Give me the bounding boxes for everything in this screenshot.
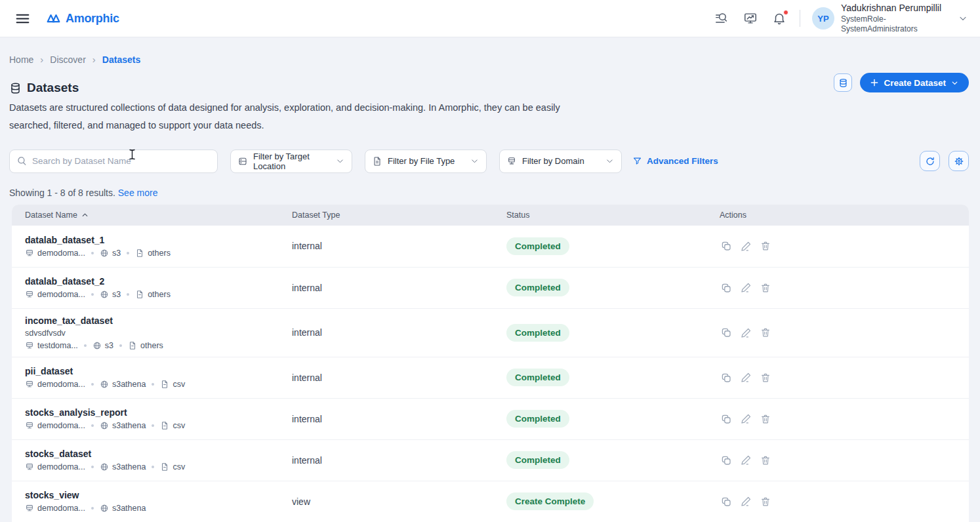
search-input[interactable]	[32, 156, 211, 166]
column-label: Dataset Name	[25, 211, 77, 220]
page-header: Datasets Datasets are structured collect…	[0, 65, 980, 134]
table-row[interactable]: stocks_view demodoma...	[12, 481, 969, 522]
edit-dataset-button[interactable]	[741, 327, 752, 338]
column-header-dataset-name[interactable]: Dataset Name	[12, 211, 292, 220]
edit-dataset-button[interactable]	[741, 454, 752, 466]
target-location-chip: s3athena	[100, 462, 146, 472]
filter-file-type-dropdown[interactable]: Filter by File Type	[365, 150, 487, 173]
delete-dataset-button[interactable]	[760, 455, 771, 466]
breadcrumb-home[interactable]: Home	[9, 54, 33, 65]
target-location-chip: s3	[92, 341, 113, 350]
edit-dataset-button[interactable]	[741, 372, 752, 383]
results-summary: Showing 1 - 8 of 8 results.	[9, 188, 115, 198]
breadcrumb-discover[interactable]: Discover	[50, 54, 85, 65]
copy-dataset-button[interactable]	[720, 413, 732, 425]
dataset-meta: demodoma... s3athena	[25, 504, 284, 513]
dataset-domain: testdoma...	[37, 341, 78, 350]
notifications-button[interactable]	[771, 10, 788, 27]
copy-dataset-button[interactable]	[720, 282, 732, 294]
menu-button[interactable]	[12, 8, 33, 30]
status-badge: Create Complete	[506, 492, 594, 510]
refresh-button[interactable]	[920, 151, 940, 171]
delete-dataset-button[interactable]	[760, 372, 771, 383]
dataset-name[interactable]: stocks_view	[25, 490, 284, 500]
user-menu[interactable]: YP Yadukrishnan Perumpillil SystemRole-S…	[812, 3, 968, 34]
domain-chip: testdoma...	[25, 341, 78, 350]
target-location-chip: s3athena	[100, 504, 146, 513]
status-badge: Completed	[506, 369, 569, 386]
table-row[interactable]: datalab_dataset_2 demodoma...	[12, 267, 969, 308]
dataset-name[interactable]: datalab_dataset_1	[25, 235, 284, 245]
edit-icon	[741, 413, 752, 424]
filter-domain-dropdown[interactable]: Filter by Domain	[499, 150, 622, 173]
dataset-name[interactable]: pii_dataset	[25, 366, 284, 376]
table-row[interactable]: stocks_dataset demodoma...	[12, 439, 969, 481]
dataset-file-type: others	[140, 341, 163, 350]
topbar: Amorphic YP Yadukrishnan Perumpillil Sys…	[0, 0, 980, 37]
dataset-quick-action-button[interactable]	[834, 73, 852, 92]
see-more-link[interactable]: See more	[118, 188, 158, 198]
globe-grid-icon	[100, 421, 109, 430]
dataset-name[interactable]: datalab_dataset_2	[25, 276, 284, 287]
brand-logo[interactable]: Amorphic	[45, 10, 119, 27]
column-label: Status	[506, 211, 529, 220]
column-label: Dataset Type	[292, 211, 340, 220]
copy-icon	[720, 496, 732, 508]
delete-dataset-button[interactable]	[760, 283, 771, 293]
status-badge: Completed	[506, 451, 569, 469]
delete-icon	[760, 414, 771, 424]
funnel-icon	[632, 156, 642, 166]
settings-button[interactable]	[949, 151, 969, 171]
edit-dataset-button[interactable]	[741, 241, 752, 252]
delete-dataset-button[interactable]	[760, 414, 771, 424]
dataset-name[interactable]: stocks_analysis_report	[25, 407, 284, 418]
dataset-name[interactable]: stocks_dataset	[25, 449, 284, 459]
meta-dot-1	[91, 383, 94, 386]
dashboard-icon	[743, 11, 758, 26]
dataset-type: internal	[292, 241, 322, 251]
chevron-down-icon	[950, 79, 959, 87]
delete-dataset-button[interactable]	[760, 496, 771, 507]
copy-dataset-button[interactable]	[720, 454, 732, 466]
domain-chip: demodoma...	[25, 462, 85, 472]
gear-icon	[954, 156, 964, 167]
delete-dataset-button[interactable]	[760, 241, 771, 251]
table-row[interactable]: stocks_analysis_report demodoma...	[12, 398, 969, 439]
domain-icon	[506, 156, 517, 167]
dataset-type: view	[292, 496, 310, 507]
create-dataset-button[interactable]: Create Dataset	[860, 73, 969, 92]
advanced-filters-button[interactable]: Advanced Filters	[632, 156, 718, 166]
copy-dataset-button[interactable]	[720, 327, 732, 338]
global-search-button[interactable]	[713, 10, 730, 27]
domain-icon	[25, 380, 34, 389]
search-box[interactable]	[9, 150, 218, 173]
filter-domain-label: Filter by Domain	[522, 156, 600, 166]
chevron-down-icon	[470, 156, 480, 166]
domain-icon	[25, 504, 34, 513]
table-body: datalab_dataset_1 demodoma...	[12, 226, 969, 522]
copy-icon	[720, 282, 732, 294]
table-row[interactable]: datalab_dataset_1 demodoma...	[12, 226, 969, 267]
copy-dataset-button[interactable]	[720, 496, 732, 508]
edit-icon	[741, 372, 752, 383]
table-row[interactable]: pii_dataset demodoma...	[12, 357, 969, 398]
chevron-down-icon	[335, 156, 345, 166]
edit-dataset-button[interactable]	[741, 496, 752, 507]
delete-dataset-button[interactable]	[760, 327, 771, 338]
brand-name: Amorphic	[66, 12, 119, 26]
filter-target-location-dropdown[interactable]: Filter by Target Location	[230, 150, 352, 173]
delete-icon	[760, 283, 771, 293]
dashboard-button[interactable]	[742, 10, 759, 27]
meta-dot-2	[127, 293, 129, 296]
table-row[interactable]: income_tax_dataset sdvsdfvsdv testdoma..…	[12, 308, 969, 357]
dataset-name[interactable]: income_tax_dataset	[25, 315, 284, 326]
copy-dataset-button[interactable]	[720, 372, 732, 384]
file-type-chip: others	[135, 249, 171, 258]
domain-icon	[25, 421, 34, 430]
edit-dataset-button[interactable]	[741, 413, 752, 424]
user-name: Yadukrishnan Perumpillil	[841, 3, 951, 13]
target-location-chip: s3	[100, 290, 121, 299]
edit-dataset-button[interactable]	[741, 282, 752, 293]
dataset-type: internal	[292, 372, 322, 383]
copy-dataset-button[interactable]	[720, 240, 732, 252]
